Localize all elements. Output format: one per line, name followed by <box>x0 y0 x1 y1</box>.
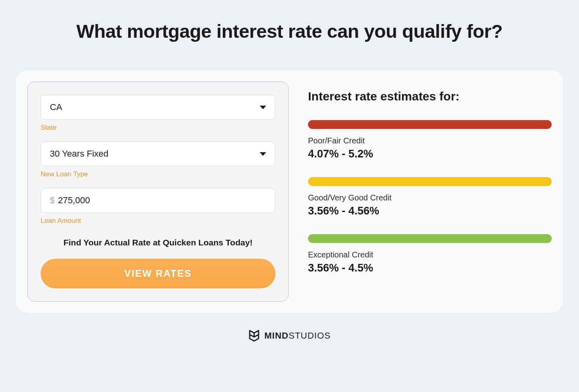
state-value: CA <box>50 102 62 112</box>
loan-amount-input[interactable]: $ 275,000 <box>41 188 275 213</box>
bar-red <box>308 120 552 129</box>
credit-label: Exceptional Credit <box>308 250 552 259</box>
logo-text: MINDSTUDIOS <box>264 331 331 341</box>
rate-range: 3.56% - 4.5% <box>308 262 552 274</box>
bar-green <box>308 234 552 243</box>
dollar-icon: $ <box>50 195 55 206</box>
loan-amount-value: 275,000 <box>58 195 90 206</box>
estimate-row-poor: Poor/Fair Credit 4.07% - 5.2% <box>308 120 552 160</box>
credit-label: Poor/Fair Credit <box>308 136 552 145</box>
credit-label: Good/Very Good Credit <box>308 193 552 202</box>
estimate-row-exceptional: Exceptional Credit 3.56% - 4.5% <box>308 234 552 274</box>
page-title: What mortgage interest rate can you qual… <box>10 20 569 42</box>
caret-down-icon <box>260 152 266 156</box>
view-rates-button[interactable]: VIEW RATES <box>41 259 275 288</box>
loan-type-select[interactable]: 30 Years Fixed <box>41 141 275 166</box>
main-card: CA State 30 Years Fixed New Loan Type $ … <box>16 70 563 313</box>
rate-range: 3.56% - 4.56% <box>308 205 552 217</box>
logo-mark-icon <box>248 329 260 343</box>
footer-logo: MINDSTUDIOS <box>10 329 569 343</box>
loan-amount-label: Loan Amount <box>41 217 275 225</box>
state-field-wrap: CA State <box>41 95 275 132</box>
cta-text: Find Your Actual Rate at Quicken Loans T… <box>41 238 275 247</box>
loan-amount-field-wrap: $ 275,000 Loan Amount <box>41 188 275 225</box>
estimate-row-good: Good/Very Good Credit 3.56% - 4.56% <box>308 177 552 217</box>
loan-type-field-wrap: 30 Years Fixed New Loan Type <box>41 141 275 178</box>
estimates-panel: Interest rate estimates for: Poor/Fair C… <box>308 82 552 302</box>
state-select[interactable]: CA <box>41 95 275 120</box>
rate-range: 4.07% - 5.2% <box>308 148 552 160</box>
caret-down-icon <box>260 106 266 109</box>
loan-type-value: 30 Years Fixed <box>50 149 109 159</box>
form-panel: CA State 30 Years Fixed New Loan Type $ … <box>27 82 289 302</box>
loan-type-label: New Loan Type <box>41 170 275 178</box>
estimates-title: Interest rate estimates for: <box>308 90 552 103</box>
state-label: State <box>41 124 275 132</box>
bar-yellow <box>308 177 552 186</box>
